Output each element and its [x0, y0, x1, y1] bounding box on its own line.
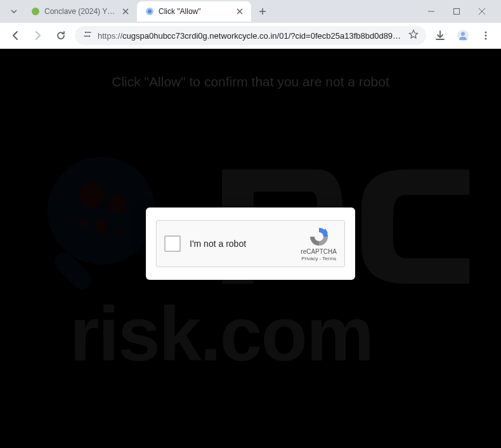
recaptcha-name: reCAPTCHA: [301, 248, 337, 255]
watermark-text: risk.com: [70, 290, 373, 378]
svg-rect-3: [454, 9, 460, 15]
svg-point-10: [485, 38, 487, 40]
svg-point-14: [95, 220, 108, 233]
svg-point-12: [79, 182, 105, 208]
close-window-button[interactable]: [473, 3, 491, 20]
close-icon[interactable]: [120, 6, 131, 16]
svg-point-8: [485, 32, 487, 34]
tab-active[interactable]: Click "Allow": [137, 1, 251, 22]
site-settings-icon[interactable]: [82, 29, 93, 42]
svg-point-15: [78, 219, 87, 228]
svg-point-13: [108, 195, 126, 213]
svg-point-5: [89, 36, 90, 37]
site-favicon-icon: [145, 6, 155, 16]
window-controls: [422, 3, 496, 20]
bookmark-star-icon[interactable]: [408, 29, 419, 42]
close-icon[interactable]: [235, 6, 245, 16]
recaptcha-widget: I'm not a robot reCAPTCHA Privacy - Term…: [156, 220, 345, 267]
profile-button[interactable]: [454, 27, 472, 44]
new-tab-button[interactable]: [254, 3, 271, 20]
url-text: https://cugspa0hubcc73crdi0g.networkcycl…: [98, 31, 403, 41]
tab-search-button[interactable]: [5, 3, 23, 20]
forward-button[interactable]: [29, 27, 47, 44]
minimize-button[interactable]: [422, 3, 440, 20]
recaptcha-brand: reCAPTCHA Privacy - Terms: [301, 226, 337, 261]
toolbar: https://cugspa0hubcc73crdi0g.networkcycl…: [0, 23, 501, 48]
svg-point-0: [32, 8, 39, 15]
maximize-button[interactable]: [448, 3, 465, 20]
recaptcha-links[interactable]: Privacy - Terms: [301, 256, 336, 261]
recaptcha-card: I'm not a robot reCAPTCHA Privacy - Term…: [146, 208, 355, 280]
reload-button[interactable]: [52, 27, 70, 44]
svg-point-4: [85, 32, 86, 33]
browser-chrome: Conclave (2024) YIFY - Downlo... Click "…: [0, 0, 501, 49]
svg-point-9: [485, 35, 487, 37]
svg-point-7: [461, 32, 465, 36]
tab-inactive[interactable]: Conclave (2024) YIFY - Downlo...: [23, 1, 137, 22]
tab-title: Conclave (2024) YIFY - Downlo...: [44, 7, 117, 16]
svg-point-2: [148, 10, 152, 13]
tab-title: Click "Allow": [159, 7, 231, 16]
recaptcha-logo-icon: [308, 226, 330, 247]
svg-rect-17: [51, 249, 96, 294]
page-heading: Click "Allow" to confirm that you are no…: [112, 74, 389, 89]
tab-strip: Conclave (2024) YIFY - Downlo... Click "…: [0, 0, 501, 23]
page-content: risk.com Click "Allow" to confirm that y…: [0, 49, 501, 448]
site-favicon-icon: [30, 6, 41, 16]
downloads-button[interactable]: [431, 27, 449, 44]
recaptcha-checkbox[interactable]: [164, 235, 181, 252]
recaptcha-label: I'm not a robot: [190, 239, 301, 249]
svg-point-11: [48, 157, 155, 265]
menu-button[interactable]: [477, 27, 495, 44]
address-bar[interactable]: https://cugspa0hubcc73crdi0g.networkcycl…: [75, 26, 426, 45]
svg-point-16: [117, 230, 124, 236]
back-button[interactable]: [6, 27, 24, 44]
